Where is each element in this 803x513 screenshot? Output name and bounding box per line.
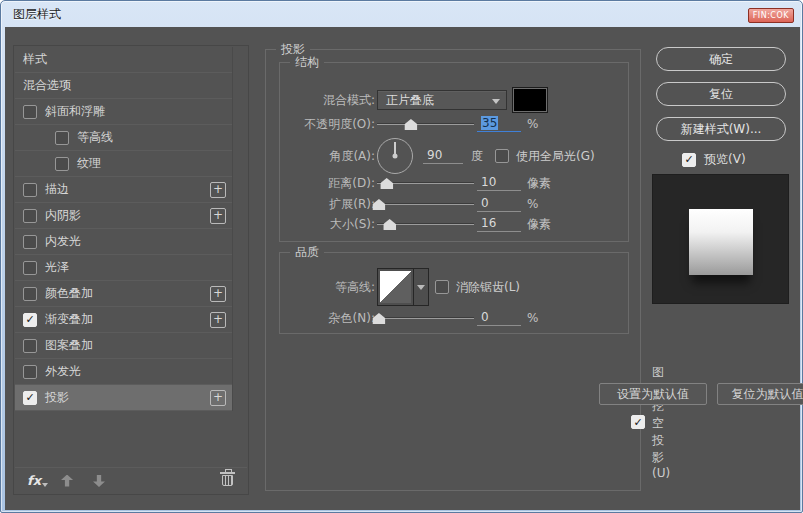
opacity-input[interactable]: 35 bbox=[477, 116, 521, 132]
angle-unit: 度 bbox=[471, 148, 483, 165]
angle-dial[interactable] bbox=[377, 138, 413, 174]
sidebar-item-4[interactable]: 纹理 bbox=[15, 151, 232, 177]
preview-label: 预览(V) bbox=[704, 151, 746, 168]
move-up-icon[interactable] bbox=[61, 475, 73, 487]
effect-checkbox[interactable] bbox=[23, 261, 37, 275]
sidebar-item-13[interactable]: ✓投影+ bbox=[15, 385, 232, 411]
noise-input[interactable]: 0 bbox=[477, 310, 521, 326]
new-style-button[interactable]: 新建样式(W)... bbox=[656, 117, 786, 141]
sidebar-item-label: 内发光 bbox=[45, 233, 81, 250]
sidebar-item-label: 渐变叠加 bbox=[45, 311, 93, 328]
add-effect-icon[interactable]: + bbox=[210, 312, 226, 328]
angle-label: 角度(A): bbox=[280, 148, 375, 165]
shadow-color-swatch[interactable] bbox=[512, 87, 548, 113]
close-button-watermark[interactable]: FIN:COK bbox=[748, 8, 794, 23]
add-effect-icon[interactable]: + bbox=[210, 390, 226, 406]
effect-checkbox[interactable] bbox=[23, 339, 37, 353]
sidebar-item-2[interactable]: 斜面和浮雕 bbox=[15, 99, 232, 125]
delete-effect-icon[interactable] bbox=[222, 475, 233, 486]
anti-alias-label: 消除锯齿(L) bbox=[456, 279, 520, 296]
contour-dropdown[interactable] bbox=[414, 268, 429, 306]
style-list: 样式混合选项斜面和浮雕等高线纹理描边+内阴影+内发光光泽颜色叠加+✓渐变叠加+图… bbox=[15, 47, 233, 411]
sidebar-item-6[interactable]: 内阴影+ bbox=[15, 203, 232, 229]
effect-checkbox[interactable] bbox=[55, 131, 69, 145]
contour-picker[interactable] bbox=[377, 268, 429, 306]
sidebar-item-label: 混合选项 bbox=[23, 77, 71, 94]
distance-value: 10 bbox=[481, 175, 496, 189]
sidebar-item-0[interactable]: 样式 bbox=[15, 47, 232, 73]
noise-slider[interactable] bbox=[377, 311, 474, 325]
sidebar-item-7[interactable]: 内发光 bbox=[15, 229, 232, 255]
add-effect-icon[interactable]: + bbox=[210, 286, 226, 302]
opacity-value: 35 bbox=[481, 116, 498, 130]
sidebar-item-label: 图案叠加 bbox=[45, 337, 93, 354]
window-title: 图层样式 bbox=[13, 6, 61, 23]
drop-shadow-panel: 投影 结构 混合模式: 正片叠底 不透明度(O): bbox=[265, 49, 641, 491]
sidebar-item-10[interactable]: ✓渐变叠加+ bbox=[15, 307, 232, 333]
chevron-down-icon bbox=[492, 99, 500, 108]
spread-input[interactable]: 0 bbox=[477, 196, 521, 212]
add-effect-icon[interactable]: + bbox=[210, 208, 226, 224]
slider-track[interactable] bbox=[377, 123, 474, 125]
opacity-slider[interactable] bbox=[377, 117, 474, 131]
slider-track[interactable] bbox=[377, 203, 474, 205]
structure-title: 结构 bbox=[290, 54, 324, 71]
knockout-row: ✓ 图层挖空投影(U) bbox=[631, 364, 670, 480]
angle-input[interactable]: 90 bbox=[423, 148, 463, 164]
titlebar: 图层样式 bbox=[1, 1, 802, 27]
preview-checkbox[interactable]: ✓ bbox=[682, 153, 696, 167]
effect-checkbox[interactable] bbox=[23, 235, 37, 249]
spread-row: 扩展(R): 0 % bbox=[280, 194, 624, 214]
make-default-button[interactable]: 设置为默认值 bbox=[599, 383, 707, 405]
global-light-label: 使用全局光(G) bbox=[516, 148, 595, 165]
slider-thumb[interactable] bbox=[383, 219, 396, 230]
sidebar-item-9[interactable]: 颜色叠加+ bbox=[15, 281, 232, 307]
effect-checkbox[interactable] bbox=[23, 183, 37, 197]
blend-mode-select[interactable]: 正片叠底 bbox=[377, 90, 507, 110]
layer-knockout-checkbox[interactable]: ✓ bbox=[631, 415, 645, 429]
size-slider[interactable] bbox=[377, 217, 474, 231]
anti-alias-checkbox[interactable] bbox=[435, 280, 449, 294]
add-effect-icon[interactable]: + bbox=[210, 182, 226, 198]
fx-menu-icon[interactable]: fx bbox=[27, 473, 41, 488]
sidebar-item-label: 内阴影 bbox=[45, 207, 81, 224]
slider-track[interactable] bbox=[377, 317, 474, 319]
effect-checkbox[interactable]: ✓ bbox=[23, 391, 37, 405]
sidebar-item-1[interactable]: 混合选项 bbox=[15, 73, 232, 99]
effect-checkbox[interactable] bbox=[23, 287, 37, 301]
move-down-icon[interactable] bbox=[93, 475, 105, 487]
sidebar-item-3[interactable]: 等高线 bbox=[15, 125, 232, 151]
noise-row: 杂色(N): 0 % bbox=[280, 308, 624, 328]
reset-button[interactable]: 复位 bbox=[656, 82, 786, 106]
sidebar-item-5[interactable]: 描边+ bbox=[15, 177, 232, 203]
slider-thumb[interactable] bbox=[404, 119, 417, 130]
effect-checkbox[interactable] bbox=[55, 157, 69, 171]
blend-mode-value: 正片叠底 bbox=[386, 92, 434, 109]
sidebar-item-12[interactable]: 外发光 bbox=[15, 359, 232, 385]
layer-style-dialog: 图层样式 FIN:COK 样式混合选项斜面和浮雕等高线纹理描边+内阴影+内发光光… bbox=[0, 0, 803, 513]
distance-unit: 像素 bbox=[527, 175, 551, 192]
effect-checkbox[interactable] bbox=[23, 209, 37, 223]
effect-checkbox[interactable] bbox=[23, 365, 37, 379]
sidebar-item-11[interactable]: 图案叠加 bbox=[15, 333, 232, 359]
effect-checkbox[interactable] bbox=[23, 105, 37, 119]
global-light-checkbox[interactable] bbox=[495, 149, 509, 163]
reset-default-button[interactable]: 复位为默认值 bbox=[717, 383, 803, 405]
distance-input[interactable]: 10 bbox=[477, 175, 521, 191]
ok-button[interactable]: 确定 bbox=[656, 47, 786, 71]
sidebar-item-label: 描边 bbox=[45, 181, 69, 198]
size-input[interactable]: 16 bbox=[477, 216, 521, 232]
opacity-row: 不透明度(O): 35 % bbox=[280, 111, 624, 137]
distance-slider[interactable] bbox=[377, 176, 474, 190]
sidebar-item-8[interactable]: 光泽 bbox=[15, 255, 232, 281]
style-preview-swatch bbox=[689, 209, 753, 275]
spread-slider[interactable] bbox=[377, 197, 474, 211]
slider-thumb[interactable] bbox=[380, 178, 393, 189]
effect-checkbox[interactable]: ✓ bbox=[23, 313, 37, 327]
spread-label: 扩展(R): bbox=[280, 196, 375, 213]
contour-thumbnail[interactable] bbox=[377, 268, 414, 306]
style-preview bbox=[652, 174, 789, 304]
sidebar-item-label: 投影 bbox=[45, 389, 69, 406]
size-row: 大小(S): 16 像素 bbox=[280, 214, 624, 234]
sidebar-item-label: 样式 bbox=[23, 51, 47, 68]
